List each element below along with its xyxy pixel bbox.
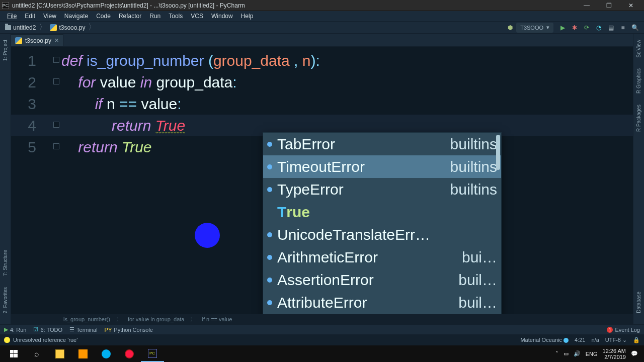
close-tab-icon[interactable]: ✕ <box>54 37 59 44</box>
code-crumb[interactable]: is_group_number() <box>61 316 112 322</box>
concurrency-button[interactable]: ▤ <box>606 23 616 33</box>
tool-event-log[interactable]: 1 Event Log <box>607 327 640 333</box>
code-line: def is_group_number (group_data , n): <box>61 50 320 71</box>
tool-database[interactable]: Database <box>636 289 641 316</box>
editor-tab[interactable]: t3sooo.py ✕ <box>11 34 63 46</box>
tray-notifications-icon[interactable]: 💬 <box>631 350 638 357</box>
autocomplete-item[interactable]: TypeErrorbuiltins <box>263 178 501 201</box>
stop-button[interactable]: ■ <box>618 23 628 33</box>
taskbar-sublime[interactable] <box>71 345 95 362</box>
taskbar-skype[interactable] <box>95 345 118 362</box>
work-area: 1: Project 7: Structure 2: Favorites t3s… <box>0 34 644 324</box>
autocomplete-item[interactable]: UnicodeTranslateErr… <box>263 223 501 246</box>
window-title: untitled2 [C:\Users\t3so\PycharmProjects… <box>12 2 576 9</box>
tool-python-console[interactable]: PYPython Console <box>105 327 153 333</box>
python-file-icon <box>15 37 22 44</box>
autocomplete-item[interactable]: TabErrorbuiltins <box>263 133 501 155</box>
fold-icon[interactable] <box>53 57 59 63</box>
status-insert-mode[interactable]: n/a <box>591 337 599 343</box>
tool-rpackages[interactable]: R Packages <box>636 102 641 135</box>
search-everywhere-icon[interactable]: 🔍 <box>630 23 640 33</box>
editor-region: t3sooo.py ✕ 1 def is_group_number (group… <box>11 34 633 324</box>
tool-favorites[interactable]: 2: Favorites <box>3 284 8 316</box>
menu-help[interactable]: Help <box>237 11 258 21</box>
status-message[interactable]: Unresolved reference 'rue' <box>4 337 77 343</box>
status-theme[interactable]: Material Oceanic <box>520 337 569 343</box>
autocomplete-item-name: TimeoutError <box>277 158 445 175</box>
left-tool-strip: 1: Project 7: Structure 2: Favorites <box>0 34 11 324</box>
taskbar-pycharm[interactable] <box>141 345 164 362</box>
profile-button[interactable]: ◔ <box>594 23 604 33</box>
autocomplete-scrollbar[interactable] <box>496 135 500 170</box>
tray-chevron-icon[interactable]: ˄ <box>555 350 558 357</box>
taskbar-opera[interactable] <box>118 345 141 362</box>
breadcrumb-project[interactable]: untitled2 <box>3 24 38 31</box>
autocomplete-item-type: builtins <box>450 181 497 198</box>
run-button[interactable]: ▶ <box>557 23 568 33</box>
code-editor[interactable]: 1 def is_group_number (group_data , n): … <box>11 47 633 314</box>
python-interpreter-icon[interactable]: ⬢ <box>505 23 515 33</box>
taskbar-explorer[interactable] <box>48 345 71 362</box>
tool-rgraphics[interactable]: R Graphics <box>636 65 641 97</box>
autocomplete-item-name: TypeError <box>277 181 445 198</box>
menu-edit[interactable]: Edit <box>21 11 39 21</box>
right-tool-strip: SciView R Graphics R Packages Database <box>633 34 644 324</box>
breadcrumb-separator: 〉 <box>38 22 48 33</box>
tray-volume-icon[interactable]: 🔊 <box>574 350 581 357</box>
autocomplete-item-type: buil… <box>458 272 497 289</box>
fold-icon[interactable] <box>53 78 59 84</box>
maximize-button[interactable]: ❐ <box>598 0 620 11</box>
autocomplete-item-type: bui… <box>462 249 497 266</box>
menu-code[interactable]: Code <box>92 11 115 21</box>
menu-tools[interactable]: Tools <box>165 11 187 21</box>
autocomplete-item[interactable]: TimeoutErrorbuiltins <box>263 155 501 178</box>
status-encoding[interactable]: UTF-8 ⌄ <box>605 337 627 343</box>
fold-icon[interactable] <box>53 143 59 149</box>
system-tray[interactable]: ˄ ▭ 🔊 ENG 12:26 AM 2/7/2019 💬 <box>555 348 642 360</box>
fold-icon[interactable] <box>53 122 59 128</box>
autocomplete-item[interactable]: True <box>263 201 501 223</box>
menu-view[interactable]: View <box>39 11 60 21</box>
breadcrumb-file[interactable]: t3sooo.py <box>48 24 87 31</box>
readonly-lock-icon[interactable]: 🔒 <box>633 337 640 343</box>
tool-todo[interactable]: ☑6: TODO <box>33 326 62 333</box>
code-line: return True <box>61 136 152 158</box>
code-crumb[interactable]: for value in group_data <box>126 316 187 322</box>
autocomplete-item[interactable]: AssertionErrorbuil… <box>263 268 501 291</box>
tool-project[interactable]: 1: Project <box>3 37 8 64</box>
tray-network-icon[interactable]: ▭ <box>564 350 569 357</box>
tray-clock[interactable]: 12:26 AM 2/7/2019 <box>603 348 626 360</box>
tool-terminal[interactable]: ☰Terminal <box>69 326 98 333</box>
class-icon <box>267 255 272 260</box>
autocomplete-item[interactable]: AttributeErrorbuil… <box>263 291 501 314</box>
taskbar-search[interactable]: ⌕ <box>25 345 48 362</box>
code-crumb[interactable]: if n == value <box>200 316 234 322</box>
debug-button[interactable]: ✱ <box>570 23 580 33</box>
run-configuration-dropdown[interactable]: T3SOOO ▾ <box>516 23 553 33</box>
coverage-button[interactable]: ⟳ <box>582 23 592 33</box>
autocomplete-item[interactable]: BaseExceptionbuilt… <box>263 314 501 314</box>
tray-language[interactable]: ENG <box>586 351 598 357</box>
close-button[interactable]: ✕ <box>620 0 642 11</box>
menu-file[interactable]: File <box>3 11 21 21</box>
minimize-button[interactable]: — <box>576 0 598 11</box>
class-icon <box>267 142 272 147</box>
tool-structure[interactable]: 7: Structure <box>3 247 8 279</box>
menu-navigate[interactable]: Navigate <box>60 11 92 21</box>
bottom-tool-tabs: ▶4: Run ☑6: TODO ☰Terminal PYPython Cons… <box>0 324 644 334</box>
lightbulb-icon <box>4 337 10 343</box>
menu-window[interactable]: Window <box>207 11 237 21</box>
breadcrumb-separator: 〉 <box>87 22 97 33</box>
menu-vcs[interactable]: VCS <box>187 11 207 21</box>
line-number: 1 <box>11 50 51 71</box>
autocomplete-popup[interactable]: TabErrorbuiltinsTimeoutErrorbuiltinsType… <box>263 132 502 314</box>
line-number: 4 <box>11 115 51 136</box>
menu-refactor[interactable]: Refactor <box>115 11 145 21</box>
editor-tab-label: t3sooo.py <box>25 37 51 44</box>
menu-run[interactable]: Run <box>145 11 165 21</box>
tool-sciview[interactable]: SciView <box>636 37 641 60</box>
start-button[interactable] <box>2 345 25 362</box>
status-caret-position[interactable]: 4:21 <box>575 337 585 343</box>
tool-run[interactable]: ▶4: Run <box>4 326 26 333</box>
autocomplete-item[interactable]: ArithmeticErrorbui… <box>263 246 501 268</box>
